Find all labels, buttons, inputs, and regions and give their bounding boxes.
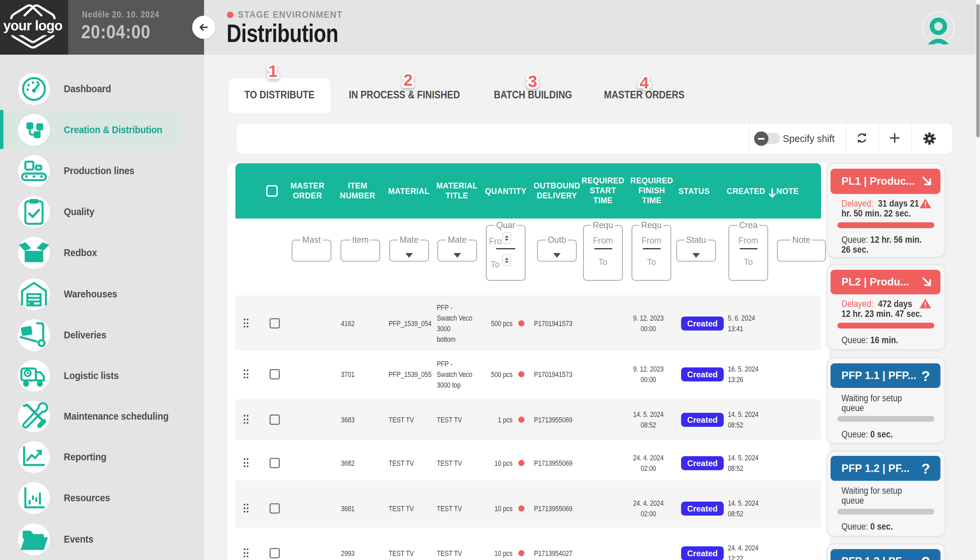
svg-text:2: 2 xyxy=(403,71,412,89)
svg-text:1: 1 xyxy=(268,62,277,80)
svg-text:your logo: your logo xyxy=(3,18,62,33)
svg-text:4: 4 xyxy=(639,73,649,92)
svg-text:3: 3 xyxy=(528,72,537,90)
